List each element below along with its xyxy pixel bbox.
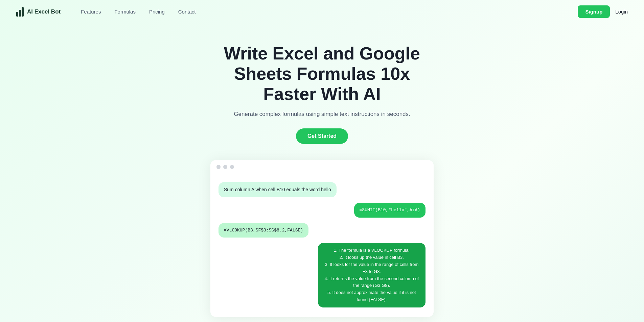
nav-link-contact[interactable]: Contact bbox=[178, 9, 196, 15]
explain-line-2: 2. It looks up the value in cell B3. bbox=[323, 254, 420, 261]
window-dot-3 bbox=[230, 165, 234, 169]
login-button[interactable]: Login bbox=[615, 9, 628, 15]
hero-section: Write Excel and Google Sheets Formulas 1… bbox=[0, 23, 644, 317]
bar-icon-1 bbox=[16, 12, 18, 17]
explain-line-4: 4. It returns the value from the second … bbox=[323, 275, 420, 290]
explain-line-1: 1. The formula is a VLOOKUP formula. bbox=[323, 247, 420, 254]
brand-logo[interactable]: AI Excel Bot bbox=[16, 7, 61, 17]
chat-body: Sum column A when cell B10 equals the wo… bbox=[210, 174, 434, 317]
brand-icon bbox=[16, 7, 24, 17]
chat-bubble-vlookup: =VLOOKUP(B3,$F$3:$G$8,2,FALSE) bbox=[218, 223, 308, 238]
window-dot-2 bbox=[223, 165, 227, 169]
nav-actions: Signup Login bbox=[578, 5, 628, 18]
chat-bubble-explain: 1. The formula is a VLOOKUP formula. 2. … bbox=[318, 243, 426, 307]
bar-icon-2 bbox=[19, 10, 21, 17]
chat-window: Sum column A when cell B10 equals the wo… bbox=[210, 160, 434, 317]
bar-icon-3 bbox=[22, 7, 24, 17]
nav-link-formulas[interactable]: Formulas bbox=[114, 9, 136, 15]
nav-links: Features Formulas Pricing Contact bbox=[81, 9, 578, 15]
brand-name: AI Excel Bot bbox=[27, 8, 61, 15]
hero-subtitle: Generate complex formulas using simple t… bbox=[234, 111, 410, 118]
chat-bubble-user: Sum column A when cell B10 equals the wo… bbox=[218, 182, 337, 197]
hero-title: Write Excel and Google Sheets Formulas 1… bbox=[207, 44, 437, 104]
navbar: AI Excel Bot Features Formulas Pricing C… bbox=[0, 0, 644, 23]
get-started-button[interactable]: Get Started bbox=[296, 128, 348, 144]
chat-bubble-sumif: =SUMIF(B10,"hello",A:A) bbox=[354, 203, 426, 218]
signup-button[interactable]: Signup bbox=[578, 5, 610, 18]
explain-line-3: 3. It looks for the value in the range o… bbox=[323, 261, 420, 275]
nav-link-pricing[interactable]: Pricing bbox=[149, 9, 165, 15]
nav-link-features[interactable]: Features bbox=[81, 9, 101, 15]
chat-titlebar bbox=[210, 160, 434, 174]
explain-line-5: 5. It does not approximate the value if … bbox=[323, 289, 420, 303]
window-dot-1 bbox=[216, 165, 221, 169]
